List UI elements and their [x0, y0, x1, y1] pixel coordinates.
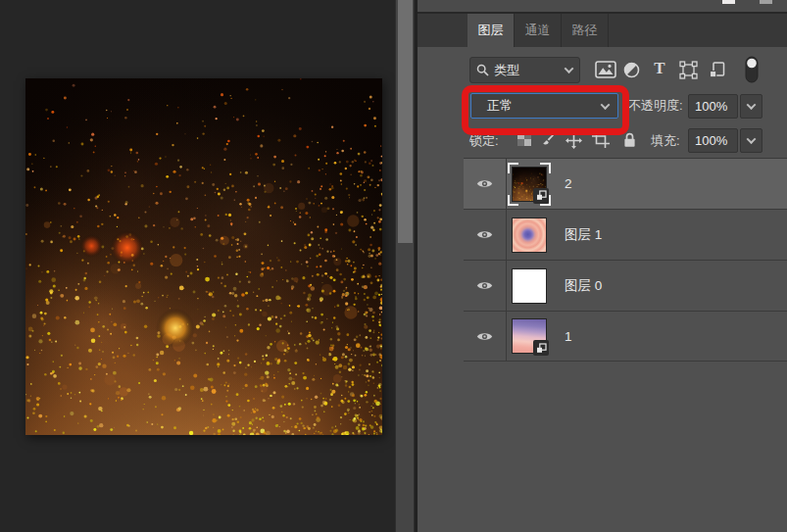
- type-layer-filter-icon[interactable]: T: [650, 57, 669, 80]
- fill-label: 填充:: [651, 128, 680, 154]
- blend-mode-select[interactable]: 正常: [470, 93, 618, 119]
- chevron-down-icon: [747, 134, 757, 144]
- smart-object-filter-icon[interactable]: [708, 58, 725, 81]
- eye-icon: [476, 331, 493, 342]
- layers-list: 2 图层 1 图层 0: [464, 158, 787, 362]
- chevron-down-icon: [747, 100, 757, 110]
- eye-icon: [476, 178, 493, 189]
- eye-icon: [476, 229, 493, 240]
- layer-thumbnail[interactable]: [508, 163, 551, 206]
- chevron-down-icon: [601, 100, 611, 110]
- lock-all-icon[interactable]: [623, 132, 636, 148]
- layer-thumbnail[interactable]: [508, 314, 551, 358]
- document-vertical-scrollbar[interactable]: [395, 0, 415, 532]
- layer-row[interactable]: 图层 1: [464, 209, 787, 260]
- opacity-dropdown-button[interactable]: [740, 94, 762, 119]
- selection-bracket: [540, 163, 551, 173]
- ui-fragment: [760, 0, 772, 4]
- document-canvas[interactable]: [25, 78, 382, 435]
- layer-name: 图层 0: [565, 277, 602, 295]
- adjustment-layer-filter-icon[interactable]: [622, 58, 640, 81]
- shape-layer-filter-icon[interactable]: [678, 58, 698, 81]
- lock-label: 锁定:: [469, 128, 499, 154]
- search-icon: [476, 64, 489, 76]
- panel-top-strip: [418, 0, 787, 12]
- scrollbar-thumb[interactable]: [398, 0, 413, 243]
- layer-row[interactable]: 1: [464, 311, 787, 362]
- layer-thumbnail-image: [512, 268, 547, 304]
- lock-artboard-icon[interactable]: [592, 132, 610, 148]
- smart-object-badge-icon: [533, 188, 549, 204]
- layer-name: 1: [565, 329, 572, 344]
- visibility-toggle[interactable]: [464, 210, 507, 260]
- layer-thumbnail[interactable]: [508, 265, 551, 308]
- eye-icon: [476, 280, 493, 291]
- visibility-toggle[interactable]: [464, 159, 507, 209]
- tab-channels[interactable]: 通道: [515, 14, 562, 47]
- tabbar-spacer: [418, 14, 467, 47]
- selection-bracket: [508, 163, 518, 173]
- layer-row[interactable]: 图层 0: [464, 260, 787, 311]
- chevron-down-icon: [565, 64, 574, 73]
- opacity-label: 不透明度:: [628, 93, 683, 119]
- kind-label: 类型: [494, 62, 519, 79]
- layer-thumbnail[interactable]: [508, 214, 551, 257]
- fill-input[interactable]: 100%: [688, 128, 738, 153]
- selection-bracket: [508, 195, 518, 206]
- tab-layers[interactable]: 图层: [467, 14, 515, 47]
- fill-dropdown-button[interactable]: [740, 128, 762, 153]
- layer-name: 2: [565, 176, 572, 191]
- lock-transparent-pixels-icon[interactable]: [517, 132, 531, 146]
- layer-row[interactable]: 2: [464, 158, 787, 209]
- layer-filter-kind-select[interactable]: 类型: [469, 57, 580, 83]
- pixel-layer-filter-icon[interactable]: [594, 58, 617, 81]
- layer-thumbnail-image: [512, 218, 547, 253]
- filter-toggle-icon[interactable]: [745, 55, 759, 84]
- blend-mode-value: 正常: [487, 97, 513, 115]
- ui-fragment: [722, 0, 735, 4]
- opacity-input[interactable]: 100%: [688, 94, 738, 119]
- smart-object-badge-icon: [533, 340, 549, 356]
- panel-tabbar: 图层 通道 路径: [418, 14, 787, 47]
- layer-name: 图层 1: [565, 226, 602, 244]
- photoshop-window: 图层 通道 路径 类型 T: [0, 0, 787, 532]
- visibility-toggle[interactable]: [464, 312, 507, 361]
- tab-paths[interactable]: 路径: [562, 14, 609, 47]
- lock-image-pixels-icon[interactable]: [541, 132, 557, 148]
- lock-position-icon[interactable]: [566, 132, 582, 149]
- visibility-toggle[interactable]: [464, 261, 507, 311]
